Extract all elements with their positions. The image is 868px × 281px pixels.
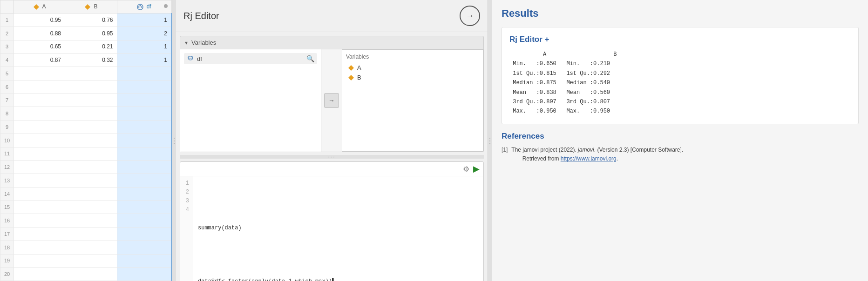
play-button[interactable]: ▶ [473, 164, 480, 174]
cell-b[interactable] [65, 187, 117, 201]
table-row: 19 [0, 254, 172, 268]
reference-item-1: [1] The jamovi project (2022). jamovi. (… [502, 146, 859, 163]
run-button[interactable]: → [460, 6, 480, 26]
vertical-resizer-1[interactable] [172, 0, 176, 281]
cell-a[interactable] [14, 67, 65, 80]
horizontal-resizer[interactable] [180, 155, 484, 159]
run-arrow-icon: → [466, 11, 474, 21]
cell-b[interactable] [65, 227, 117, 241]
cell-df[interactable] [117, 214, 171, 227]
cell-a[interactable]: 0.87 [14, 54, 65, 67]
cell-df[interactable] [117, 107, 171, 120]
row-number: 9 [0, 120, 14, 134]
cell-a[interactable] [14, 94, 65, 107]
cell-b[interactable] [65, 214, 117, 227]
cell-df[interactable] [117, 187, 171, 201]
cell-b[interactable] [65, 107, 117, 120]
cell-df[interactable] [117, 254, 171, 268]
cell-b[interactable] [65, 254, 117, 268]
table-row: 9 [0, 120, 172, 134]
cell-a[interactable] [14, 254, 65, 268]
ref-text-1: The jamovi project (2022). jamovi. (Vers… [511, 146, 683, 163]
add-variables-button[interactable]: → [324, 93, 339, 108]
cell-df[interactable] [117, 147, 171, 161]
cell-a[interactable] [14, 227, 65, 241]
cell-a[interactable] [14, 268, 65, 281]
var-item-a[interactable]: A [346, 63, 479, 73]
cell-a[interactable] [14, 174, 65, 187]
cell-a[interactable] [14, 187, 65, 201]
cell-b[interactable] [65, 120, 117, 134]
cell-b[interactable] [65, 201, 117, 214]
row-num-header [0, 0, 14, 13]
cell-a[interactable] [14, 107, 65, 120]
cell-df[interactable] [117, 268, 171, 281]
cell-a[interactable]: 0.65 [14, 40, 65, 54]
var-a-icon [348, 65, 354, 71]
cell-a[interactable]: 0.95 [14, 13, 65, 27]
cell-a[interactable] [14, 214, 65, 227]
cell-df[interactable] [117, 120, 171, 134]
cell-df[interactable] [117, 80, 171, 94]
cell-b[interactable] [65, 134, 117, 147]
cell-a[interactable] [14, 241, 65, 254]
cell-a[interactable] [14, 147, 65, 161]
cell-a[interactable] [14, 161, 65, 174]
row-number: 14 [0, 187, 14, 201]
vertical-resizer-2[interactable] [488, 0, 492, 281]
col-b-header[interactable]: B [65, 0, 117, 13]
cell-a[interactable] [14, 201, 65, 214]
editor-title: Rj Editor [183, 11, 219, 21]
cell-df[interactable]: 1 [117, 13, 171, 27]
svg-marker-8 [348, 75, 354, 80]
var-item-b[interactable]: B [346, 73, 479, 82]
table-row: 18 [0, 241, 172, 254]
table-row: 20 [0, 268, 172, 281]
settings-button[interactable]: ⚙ [463, 165, 469, 174]
cell-b[interactable] [65, 94, 117, 107]
var-source: df 🔍 [180, 49, 321, 152]
line-numbers: 1 2 3 4 [180, 176, 193, 281]
variables-target-label: Variables [346, 54, 479, 60]
search-button[interactable]: 🔍 [306, 55, 314, 62]
cell-b[interactable] [65, 241, 117, 254]
cell-b[interactable] [65, 174, 117, 187]
df-dot [164, 4, 168, 8]
spreadsheet-panel: A B df [0, 0, 172, 281]
cell-df[interactable] [117, 201, 171, 214]
cell-df[interactable] [117, 134, 171, 147]
cell-a[interactable] [14, 120, 65, 134]
cell-b[interactable]: 0.21 [65, 40, 117, 54]
ref-num-1: [1] [502, 146, 508, 163]
code-editor[interactable]: summary(data) data$df<-factor(apply(data… [193, 176, 483, 281]
cell-b[interactable]: 0.32 [65, 54, 117, 67]
cell-b[interactable]: 0.76 [65, 13, 117, 27]
cell-df[interactable]: 1 [117, 40, 171, 54]
svg-point-3 [138, 6, 140, 7]
cell-b[interactable] [65, 80, 117, 94]
cell-df[interactable] [117, 174, 171, 187]
col-a-header[interactable]: A [14, 0, 65, 13]
cell-b[interactable] [65, 67, 117, 80]
row-number: 6 [0, 80, 14, 94]
col-df-header[interactable]: df [117, 0, 171, 13]
cell-b[interactable] [65, 161, 117, 174]
row-number: 16 [0, 214, 14, 227]
cell-b[interactable] [65, 147, 117, 161]
cell-df[interactable] [117, 161, 171, 174]
cell-df[interactable] [117, 94, 171, 107]
cell-df[interactable]: 2 [117, 27, 171, 40]
cell-df[interactable] [117, 241, 171, 254]
cell-a[interactable] [14, 134, 65, 147]
cell-b[interactable] [65, 268, 117, 281]
cell-a[interactable] [14, 80, 65, 94]
ref-link-1[interactable]: https://www.jamovi.org [561, 155, 617, 162]
cell-a[interactable]: 0.88 [14, 27, 65, 40]
var-a-label: A [357, 64, 361, 71]
editor-panel: Rj Editor → ▾ Variables [176, 0, 488, 281]
cell-b[interactable]: 0.95 [65, 27, 117, 40]
variables-header[interactable]: ▾ Variables [180, 36, 483, 49]
cell-df[interactable] [117, 67, 171, 80]
cell-df[interactable]: 1 [117, 54, 171, 67]
cell-df[interactable] [117, 227, 171, 241]
